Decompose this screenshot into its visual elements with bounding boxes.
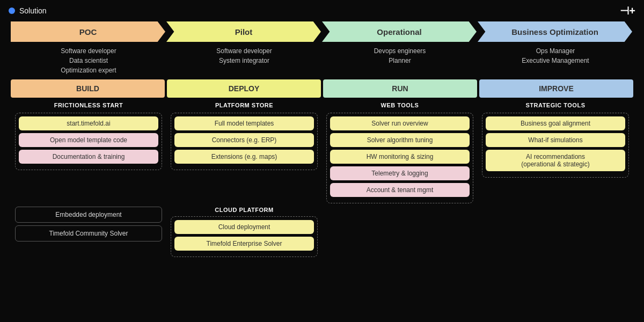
bottom-frictionless: Embedded deployment Timefold Community S…	[11, 207, 166, 257]
action-deploy: DEPLOY	[167, 79, 321, 98]
cloud-label: CLOUD PLATFORM	[171, 207, 318, 213]
persona-business: Ops Manager Executive Management	[478, 44, 633, 77]
phases-row: POC Pilot Operational Business Optimizat…	[11, 21, 633, 42]
col-frictionless: FRICTIONLESS START start.timefold.ai Ope…	[11, 102, 166, 203]
web-item-2: HW monitoring & sizing	[330, 150, 470, 164]
persona-pilot: Software developer System integrator	[166, 44, 322, 77]
action-improve: IMPROVE	[479, 79, 633, 98]
platform-item-1: Connectors (e.g. ERP)	[174, 133, 314, 147]
actions-row: BUILD DEPLOY RUN IMPROVE	[11, 79, 633, 98]
personas-row: Software developer Data scientist Optimi…	[11, 44, 633, 77]
platform-dashed: Full model templates Connectors (e.g. ER…	[171, 113, 318, 170]
header-left: Solution	[9, 6, 47, 15]
web-item-3: Telemetry & logging	[330, 166, 470, 180]
col-web-header: WEB TOOLS	[326, 102, 473, 108]
bottom-strategic-spacer	[478, 207, 633, 257]
col-web: WEB TOOLS Solver run overview Solver alg…	[322, 102, 478, 203]
frictionless-dashed: start.timefold.ai Open model template co…	[15, 113, 162, 170]
web-dashed: Solver run overview Solver algorithm tun…	[326, 113, 473, 203]
persona-operational: Devops engineers Planner	[322, 44, 478, 77]
web-item-0: Solver run overview	[330, 116, 470, 130]
phase-business: Business Optimization	[478, 21, 632, 42]
bottom-web-spacer	[322, 207, 478, 257]
main-content: FRICTIONLESS START start.timefold.ai Ope…	[11, 102, 633, 203]
standalone-community: Timefold Community Solver	[15, 225, 162, 241]
logo: ⊣+	[620, 4, 635, 17]
col-strategic-header: STRATEGIC TOOLS	[482, 102, 629, 108]
frictionless-item-2: Documentation & training	[19, 150, 158, 164]
header: Solution ⊣+	[0, 0, 644, 21]
cloud-item-0: Cloud deployment	[174, 220, 314, 234]
action-build: BUILD	[11, 79, 165, 98]
platform-item-2: Extensions (e.g. maps)	[174, 150, 314, 164]
frictionless-item-1: Open model template code	[19, 133, 158, 147]
phase-pilot: Pilot	[166, 21, 321, 42]
web-item-1: Solver algorithm tuning	[330, 133, 470, 147]
phase-poc: POC	[11, 21, 165, 42]
frictionless-item-0: start.timefold.ai	[19, 116, 158, 130]
cloud-item-1: Timefold Enterprise Solver	[174, 237, 314, 251]
col-platform: PLATFORM STORE Full model templates Conn…	[166, 102, 322, 203]
col-strategic: STRATEGIC TOOLS Business goal alignment …	[478, 102, 633, 203]
solution-dot	[9, 8, 15, 14]
strategic-item-2: AI recommendations (operational & strate…	[486, 150, 625, 171]
strategic-item-1: What-if simulations	[486, 133, 625, 147]
cloud-dashed: Cloud deployment Timefold Enterprise Sol…	[171, 216, 318, 257]
strategic-dashed: Business goal alignment What-if simulati…	[482, 113, 629, 178]
web-item-4: Account & tenant mgmt	[330, 183, 470, 197]
bottom-section: Embedded deployment Timefold Community S…	[11, 207, 633, 257]
persona-poc: Software developer Data scientist Optimi…	[11, 44, 166, 77]
header-title: Solution	[19, 6, 47, 15]
action-run: RUN	[323, 79, 477, 98]
col-platform-header: PLATFORM STORE	[171, 102, 318, 108]
phase-operational: Operational	[322, 21, 477, 42]
standalone-embedded: Embedded deployment	[15, 207, 162, 223]
bottom-cloud: CLOUD PLATFORM Cloud deployment Timefold…	[166, 207, 322, 257]
platform-item-0: Full model templates	[174, 116, 314, 130]
col-frictionless-header: FRICTIONLESS START	[15, 102, 162, 108]
strategic-item-0: Business goal alignment	[486, 116, 625, 130]
